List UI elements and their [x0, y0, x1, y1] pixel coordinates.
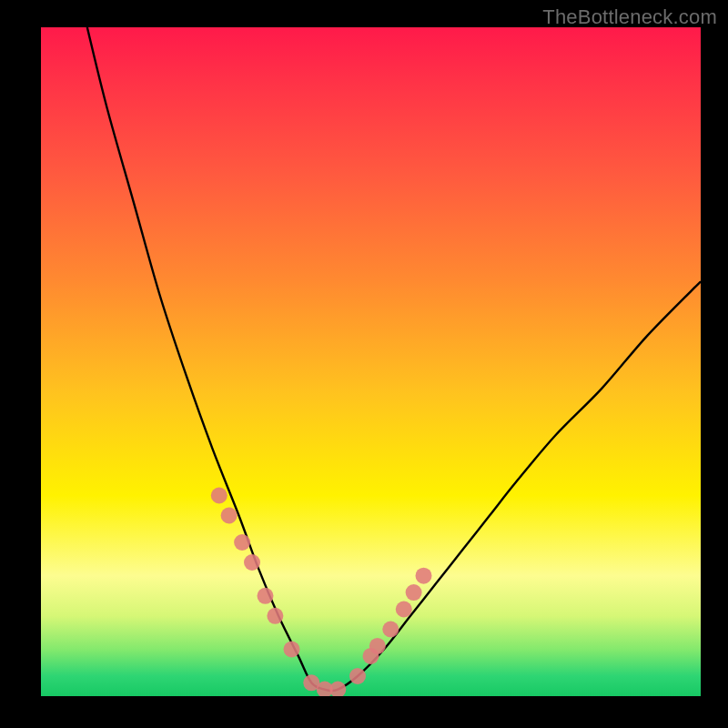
curve-marker [234, 534, 250, 551]
curve-marker [396, 602, 412, 618]
curve-marker [349, 668, 366, 684]
curve-marker [284, 642, 300, 658]
curve-marker [211, 488, 228, 504]
curve-marker [267, 608, 283, 624]
bottleneck-curve [87, 27, 701, 691]
curve-marker [416, 568, 432, 584]
curve-marker [244, 554, 260, 571]
bottleneck-curve-svg [41, 27, 701, 696]
curve-marker [369, 638, 386, 654]
watermark-text: TheBottleneck.com [542, 5, 717, 29]
curve-marker [329, 682, 346, 696]
curve-marker [258, 588, 274, 604]
curve-marker [406, 584, 422, 601]
curve-marker [221, 508, 238, 524]
plot-area [41, 27, 701, 696]
highlighted-points [211, 488, 432, 697]
chart-frame: TheBottleneck.com [0, 0, 728, 728]
curve-marker [382, 622, 399, 638]
